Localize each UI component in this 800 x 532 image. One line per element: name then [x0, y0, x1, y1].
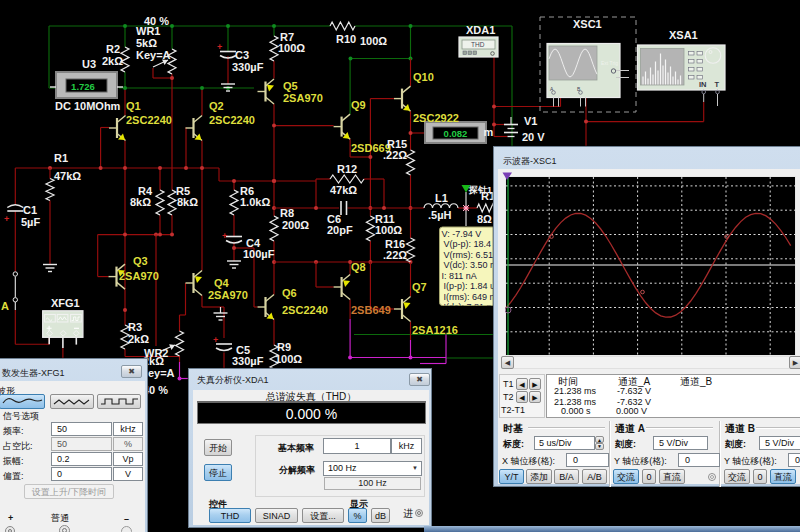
svg-text:I(dc): 7.81 n: I(dc): 7.81 n [444, 302, 492, 312]
svg-text:V(p-p): 18.4 V: V(p-p): 18.4 V [444, 239, 500, 249]
svg-text:I(rms): 649 n: I(rms): 649 n [444, 292, 495, 302]
svg-text:8kΩ: 8kΩ [177, 196, 198, 208]
svg-text:WR1: WR1 [136, 25, 160, 37]
svg-text:Q7: Q7 [412, 281, 427, 293]
svg-text:Q8: Q8 [351, 261, 366, 273]
svg-text:R1: R1 [54, 152, 68, 164]
svg-text:Q5: Q5 [283, 80, 298, 92]
svg-text:2SC2922: 2SC2922 [413, 112, 459, 124]
svg-text:XSA1: XSA1 [669, 29, 698, 41]
svg-text:.22Ω: .22Ω [383, 249, 407, 261]
svg-text:I(p-p): 1.84 u: I(p-p): 1.84 u [444, 281, 496, 291]
svg-text:.5µH: .5µH [428, 209, 452, 221]
svg-text:R9: R9 [277, 341, 291, 353]
svg-text:m: m [484, 126, 494, 138]
svg-text:1.0kΩ: 1.0kΩ [240, 196, 270, 208]
svg-text:2SC2240: 2SC2240 [209, 114, 255, 126]
svg-text:2kΩ: 2kΩ [102, 55, 123, 67]
svg-text:+: + [213, 335, 218, 345]
svg-text:Q1: Q1 [126, 100, 141, 112]
svg-text:V: -7.94 V: V: -7.94 V [442, 229, 482, 239]
svg-text:DC 10MOhm: DC 10MOhm [55, 100, 121, 112]
svg-text:Q3: Q3 [133, 255, 148, 267]
svg-text:2SB649: 2SB649 [351, 304, 391, 316]
svg-text:100Ω: 100Ω [275, 353, 302, 365]
svg-text:.22Ω: .22Ω [383, 149, 407, 161]
svg-text:47kΩ: 47kΩ [330, 184, 357, 196]
svg-text:Q2: Q2 [209, 100, 224, 112]
svg-text:A: A [1, 300, 9, 312]
svg-text:2kΩ: 2kΩ [128, 333, 149, 345]
svg-text:20pF: 20pF [327, 224, 353, 236]
svg-text:100µF: 100µF [243, 248, 275, 260]
svg-text:330µF: 330µF [232, 355, 264, 367]
svg-text:探针1: 探针1 [468, 185, 492, 195]
svg-text:C1: C1 [23, 204, 37, 216]
svg-text:Key=A: Key=A [136, 49, 171, 61]
svg-text:Q4: Q4 [214, 277, 230, 289]
svg-text:1.726: 1.726 [71, 81, 95, 92]
svg-text:R2: R2 [106, 43, 120, 55]
svg-text:5kΩ: 5kΩ [136, 37, 157, 49]
svg-text:R10: R10 [336, 33, 356, 45]
svg-text:200Ω: 200Ω [282, 219, 309, 231]
svg-text:2SA970: 2SA970 [283, 92, 323, 104]
svg-text:330µF: 330µF [232, 61, 264, 73]
svg-text:2SC2240: 2SC2240 [282, 304, 328, 316]
svg-text:2SC2240: 2SC2240 [126, 114, 172, 126]
svg-text:47kΩ: 47kΩ [54, 170, 81, 182]
svg-text:5µF: 5µF [21, 216, 40, 228]
svg-text:100Ω: 100Ω [278, 42, 305, 54]
svg-text:+: + [4, 214, 9, 224]
svg-text:I: 811 nA: I: 811 nA [442, 271, 477, 281]
svg-text:XSC1: XSC1 [573, 18, 602, 30]
svg-text:XFG1: XFG1 [51, 297, 80, 309]
svg-text:+: + [222, 231, 227, 241]
svg-text:R12: R12 [337, 163, 357, 175]
svg-text:20 V: 20 V [522, 131, 545, 143]
svg-text:U3: U3 [82, 58, 96, 70]
svg-text:IN: IN [699, 80, 707, 89]
svg-text:XDA1: XDA1 [466, 24, 495, 36]
svg-text:8Ω: 8Ω [477, 213, 492, 225]
svg-text:Q10: Q10 [413, 71, 434, 83]
svg-text:THD: THD [471, 41, 485, 48]
svg-text:Q6: Q6 [282, 287, 297, 299]
svg-text:T: T [715, 80, 720, 89]
svg-text:0.082: 0.082 [444, 128, 468, 139]
svg-text:V1: V1 [524, 115, 537, 127]
svg-text:Ext Trig: Ext Trig [601, 60, 618, 66]
svg-text:R3: R3 [128, 321, 142, 333]
svg-text:+: + [217, 42, 222, 52]
svg-text:2SA970: 2SA970 [119, 270, 159, 282]
svg-text:L1: L1 [435, 192, 448, 204]
svg-text:100Ω: 100Ω [360, 35, 387, 47]
svg-text:C3: C3 [235, 49, 249, 61]
svg-text:R8: R8 [280, 207, 294, 219]
svg-text:V(dc): 3.50 m: V(dc): 3.50 m [444, 260, 498, 270]
svg-text:2SA970: 2SA970 [208, 289, 248, 301]
svg-text:2SA1216: 2SA1216 [412, 324, 458, 336]
svg-text:8kΩ: 8kΩ [130, 196, 151, 208]
svg-text:Q9: Q9 [351, 99, 366, 111]
svg-text:100Ω: 100Ω [375, 224, 402, 236]
